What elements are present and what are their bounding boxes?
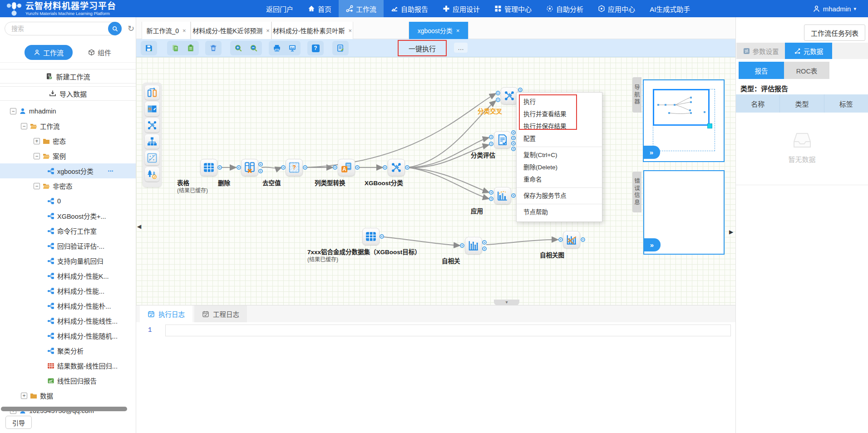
close-icon[interactable]: × bbox=[266, 27, 270, 34]
copy-button[interactable] bbox=[170, 43, 181, 54]
run-all-button[interactable]: 一键执行 bbox=[398, 40, 447, 56]
forest-tool[interactable] bbox=[145, 167, 159, 182]
tab-exec-log[interactable]: 执行日志 bbox=[140, 305, 192, 322]
node-delete[interactable] bbox=[241, 159, 258, 176]
node-table[interactable] bbox=[200, 159, 217, 176]
subtab-roc-table[interactable]: ROC表 bbox=[784, 62, 829, 79]
tree-item-result-data[interactable]: 结果数据-线性回归... bbox=[0, 358, 136, 373]
menu-item-delete[interactable]: 删除(Delete) bbox=[517, 161, 602, 173]
log-editor-line[interactable] bbox=[165, 325, 731, 336]
sidebar-tab-workflow[interactable]: 工作流 bbox=[25, 45, 73, 60]
help-button[interactable]: ? bbox=[310, 43, 321, 54]
port[interactable] bbox=[482, 240, 487, 245]
save-button[interactable] bbox=[143, 43, 154, 54]
port[interactable] bbox=[511, 147, 516, 151]
node-cross-validation[interactable] bbox=[501, 87, 518, 104]
tree-item-knn[interactable]: 材料成分-性能K... bbox=[0, 268, 136, 283]
port[interactable] bbox=[511, 136, 516, 140]
node-dropna[interactable] bbox=[286, 159, 303, 176]
user-menu[interactable]: mhadmin ▾ bbox=[813, 5, 868, 13]
port[interactable] bbox=[558, 237, 563, 242]
menu-item-run[interactable]: 执行 bbox=[517, 96, 602, 108]
port[interactable] bbox=[460, 243, 464, 248]
port[interactable] bbox=[303, 165, 307, 170]
zoom-out-button[interactable] bbox=[248, 43, 259, 54]
tree-item-regression-eval[interactable]: 回归验证评估-... bbox=[0, 238, 136, 253]
nav-item-portal[interactable]: 返回门户 bbox=[259, 0, 301, 17]
tree-item-cmd-studio[interactable]: 命令行工作室 bbox=[0, 223, 136, 238]
node-dataset[interactable] bbox=[362, 228, 380, 245]
network-layout-tool[interactable] bbox=[145, 118, 159, 133]
node-autocorr-plot[interactable] bbox=[563, 231, 580, 248]
navigator-minimap[interactable]: » bbox=[643, 79, 725, 162]
tab-xgboost[interactable]: xgboost分类× bbox=[409, 22, 469, 39]
minimap-resize-handle[interactable] bbox=[707, 123, 712, 128]
port[interactable] bbox=[482, 246, 487, 251]
node-coltype[interactable] bbox=[338, 159, 355, 176]
horizontal-scrollbar[interactable] bbox=[1, 407, 127, 411]
report-edit-button[interactable] bbox=[335, 43, 346, 54]
port[interactable] bbox=[405, 165, 409, 170]
menu-item-save-service-node[interactable]: 保存为服务节点 bbox=[517, 190, 602, 202]
navigator-collapse-button[interactable]: » bbox=[643, 146, 660, 159]
annotation-tool[interactable] bbox=[145, 102, 159, 116]
port[interactable] bbox=[489, 190, 493, 195]
nav-item-home[interactable]: 首页 bbox=[301, 0, 339, 17]
tree-item-0[interactable]: 0 bbox=[0, 193, 136, 208]
tree-item-data[interactable]: +数据 bbox=[0, 388, 136, 403]
collapse-toggle[interactable]: − bbox=[34, 153, 40, 159]
tree-item-workflows[interactable]: −工作流 bbox=[0, 118, 136, 133]
tab-param-settings[interactable]: 参数设置 bbox=[737, 43, 785, 59]
swap-columns-tool[interactable] bbox=[145, 85, 159, 100]
log-panel-splitter[interactable]: ▾ bbox=[494, 300, 519, 305]
port[interactable] bbox=[489, 142, 493, 146]
delete-button[interactable] bbox=[208, 43, 219, 54]
tab-new-workflow[interactable]: 新工作流_0× bbox=[142, 22, 191, 39]
error-info-tab[interactable]: 错误信息 bbox=[632, 172, 641, 212]
node-xgboost[interactable] bbox=[388, 159, 405, 176]
search-input[interactable] bbox=[5, 22, 122, 35]
tree-item-svr[interactable]: 支持向量机回归 bbox=[0, 253, 136, 268]
collapse-toggle[interactable]: − bbox=[34, 183, 40, 189]
port[interactable] bbox=[511, 141, 516, 146]
tree-item-random[interactable]: 材料成分-性能随机... bbox=[0, 328, 136, 343]
tree-item-cases[interactable]: −案例 bbox=[0, 148, 136, 163]
close-icon[interactable]: × bbox=[182, 27, 186, 34]
tab-metadata[interactable]: 元数据 bbox=[785, 43, 832, 59]
port[interactable] bbox=[496, 98, 500, 102]
port[interactable] bbox=[383, 165, 387, 170]
tree-item-linear[interactable]: 材料成分-性能线性... bbox=[0, 313, 136, 328]
tab-bayes[interactable]: 材料成分-性能朴素贝叶斯× bbox=[271, 22, 353, 39]
port[interactable] bbox=[511, 130, 516, 135]
menu-item-copy[interactable]: 复制(Ctrl+C) bbox=[517, 149, 602, 161]
port[interactable] bbox=[217, 165, 222, 170]
port[interactable] bbox=[489, 197, 493, 201]
port[interactable] bbox=[258, 162, 263, 167]
tree-item-secret[interactable]: +密态 bbox=[0, 133, 136, 148]
tree-item-xgboost-plus[interactable]: XGBoost分类+... bbox=[0, 208, 136, 223]
tree-item-linear-report[interactable]: 线性回归报告 bbox=[0, 373, 136, 388]
tree-item-bayes[interactable]: 材料成分-性能朴... bbox=[0, 298, 136, 313]
error-collapse-button[interactable]: » bbox=[643, 238, 661, 251]
menu-item-configure[interactable]: 配置 bbox=[517, 133, 602, 145]
expand-toggle[interactable]: + bbox=[21, 393, 27, 399]
port[interactable] bbox=[380, 234, 384, 239]
zoom-in-button[interactable] bbox=[233, 43, 244, 54]
paste-button[interactable] bbox=[185, 43, 196, 54]
port[interactable] bbox=[511, 193, 516, 198]
menu-item-node-help[interactable]: 节点帮助 bbox=[517, 206, 602, 218]
tree-layout-tool[interactable] bbox=[145, 134, 159, 149]
search-button[interactable] bbox=[108, 22, 122, 35]
port[interactable] bbox=[333, 165, 337, 170]
port[interactable] bbox=[237, 165, 241, 170]
new-workflow-button[interactable]: 新建工作流 bbox=[0, 69, 136, 84]
navigator-tab[interactable]: 导航器 bbox=[632, 77, 641, 113]
tree-item-cluster[interactable]: 聚类分析 bbox=[0, 343, 136, 358]
port[interactable] bbox=[496, 91, 500, 95]
tree-item-xgboost[interactable]: xgboost分类••• bbox=[0, 163, 136, 178]
tree-item-mhadmin[interactable]: −mhadmin bbox=[0, 103, 136, 118]
nav-item-app-center[interactable]: 应用中心 bbox=[591, 0, 642, 17]
menu-item-run-save[interactable]: 执行并保存结果 bbox=[517, 120, 602, 133]
workflow-task-list-button[interactable]: 工作流任务列表 bbox=[804, 25, 865, 41]
scatter-layout-tool[interactable] bbox=[145, 151, 159, 165]
